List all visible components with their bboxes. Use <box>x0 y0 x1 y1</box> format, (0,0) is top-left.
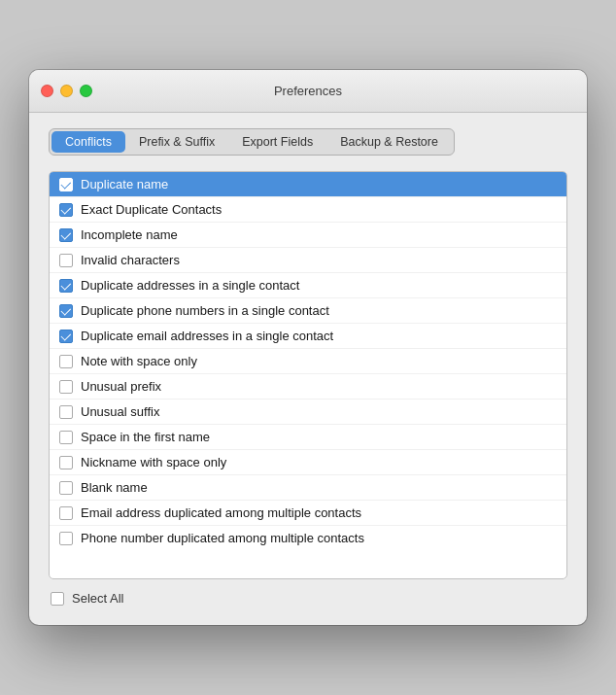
checkbox-invalid-characters[interactable] <box>59 254 73 267</box>
label-duplicate-addresses: Duplicate addresses in a single contact <box>81 278 299 293</box>
tab-conflicts[interactable]: Conflicts <box>51 131 125 153</box>
list-item-unusual-prefix[interactable]: Unusual prefix <box>50 374 566 400</box>
checkbox-note-space-only[interactable] <box>59 355 73 368</box>
list-item-email-duplicated-multiple[interactable]: Email address duplicated among multiple … <box>50 501 566 526</box>
label-space-first-name: Space in the first name <box>81 430 210 444</box>
list-item-incomplete-name[interactable]: Incomplete name <box>50 223 566 248</box>
list-item-duplicate-email[interactable]: Duplicate email addresses in a single co… <box>50 324 566 349</box>
label-incomplete-name: Incomplete name <box>81 227 178 242</box>
label-exact-duplicate-contacts: Exact Duplicate Contacts <box>81 202 222 217</box>
checkbox-unusual-suffix[interactable] <box>59 405 73 419</box>
traffic-lights <box>41 85 92 97</box>
checkbox-incomplete-name[interactable] <box>59 228 73 242</box>
list-item-nickname-space-only[interactable]: Nickname with space only <box>50 450 566 475</box>
label-note-space-only: Note with space only <box>81 354 197 368</box>
list-item-duplicate-phone-numbers[interactable]: Duplicate phone numbers in a single cont… <box>50 298 566 324</box>
checkbox-blank-name[interactable] <box>59 481 73 495</box>
list-item-duplicate-addresses[interactable]: Duplicate addresses in a single contact <box>50 273 566 298</box>
label-invalid-characters: Invalid characters <box>81 253 180 267</box>
label-duplicate-name: Duplicate name <box>81 177 168 191</box>
list-item-space-first-name[interactable]: Space in the first name <box>50 425 566 450</box>
checkbox-nickname-space-only[interactable] <box>59 456 73 469</box>
label-email-duplicated-multiple: Email address duplicated among multiple … <box>81 505 361 520</box>
select-all-checkbox[interactable] <box>51 592 64 606</box>
checkbox-duplicate-name[interactable] <box>59 178 73 191</box>
list-item-invalid-characters[interactable]: Invalid characters <box>50 248 566 273</box>
label-duplicate-phone-numbers: Duplicate phone numbers in a single cont… <box>81 303 329 318</box>
checkbox-duplicate-phone-numbers[interactable] <box>59 304 73 318</box>
list-item-phone-duplicated-multiple[interactable]: Phone number duplicated among multiple c… <box>50 526 566 550</box>
list-item-exact-duplicate-contacts[interactable]: Exact Duplicate Contacts <box>50 197 566 223</box>
label-duplicate-email: Duplicate email addresses in a single co… <box>81 329 333 343</box>
checkbox-phone-duplicated-multiple[interactable] <box>59 532 73 545</box>
list-item-unusual-suffix[interactable]: Unusual suffix <box>50 400 566 425</box>
preferences-window: Preferences ConflictsPrefix & SuffixExpo… <box>29 70 587 625</box>
footer-area: Select All <box>49 591 567 606</box>
tab-export-fields[interactable]: Export Fields <box>228 131 326 153</box>
list-item-note-space-only[interactable]: Note with space only <box>50 349 566 374</box>
tab-backup-restore[interactable]: Backup & Restore <box>326 131 452 153</box>
checkbox-duplicate-email[interactable] <box>59 330 73 343</box>
conflicts-list: Duplicate nameExact Duplicate ContactsIn… <box>49 171 567 579</box>
list-item-duplicate-name[interactable]: Duplicate name <box>50 172 566 197</box>
list-item-blank-name[interactable]: Blank name <box>50 475 566 501</box>
label-phone-duplicated-multiple: Phone number duplicated among multiple c… <box>81 531 364 545</box>
checkbox-duplicate-addresses[interactable] <box>59 279 73 293</box>
minimize-button[interactable] <box>60 85 73 97</box>
label-unusual-prefix: Unusual prefix <box>81 379 161 394</box>
checkbox-space-first-name[interactable] <box>59 431 73 444</box>
label-unusual-suffix: Unusual suffix <box>81 404 159 419</box>
titlebar: Preferences <box>29 70 587 113</box>
label-blank-name: Blank name <box>81 480 148 495</box>
checkbox-exact-duplicate-contacts[interactable] <box>59 203 73 217</box>
tab-prefix-suffix[interactable]: Prefix & Suffix <box>125 131 228 153</box>
tab-bar: ConflictsPrefix & SuffixExport FieldsBac… <box>49 128 455 156</box>
close-button[interactable] <box>41 85 53 97</box>
window-title: Preferences <box>274 84 342 98</box>
select-all-label: Select All <box>72 591 123 606</box>
maximize-button[interactable] <box>80 85 92 97</box>
checkbox-email-duplicated-multiple[interactable] <box>59 506 73 520</box>
content-area: ConflictsPrefix & SuffixExport FieldsBac… <box>29 113 587 625</box>
label-nickname-space-only: Nickname with space only <box>81 455 226 469</box>
checkbox-unusual-prefix[interactable] <box>59 380 73 394</box>
